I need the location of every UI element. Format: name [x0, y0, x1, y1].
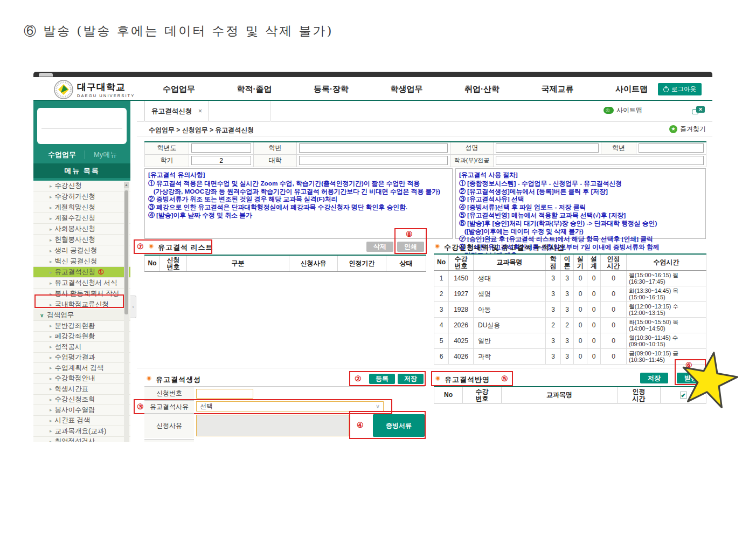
- annotation-4: ④: [357, 421, 364, 429]
- sidebar-menu-item[interactable]: 봉사이수열람: [33, 405, 130, 416]
- tab-absence-apply[interactable]: 유고결석신청 ×: [144, 101, 209, 121]
- nav-item[interactable]: 학적·졸업: [237, 84, 272, 94]
- column-header: 교과목명: [502, 387, 618, 403]
- sidebar-tab-mymenu[interactable]: My메뉴: [94, 150, 117, 160]
- sidebar-menu-item[interactable]: 취업적성검사: [33, 437, 130, 443]
- notice-line: ② [유고결석생성]메뉴에서 [등록]버튼 클릭 후 [저장]: [459, 188, 702, 196]
- request-reason-textarea[interactable]: [196, 415, 349, 436]
- sidebar-menu-item[interactable]: 수강신청조회: [33, 395, 130, 406]
- favorite-link[interactable]: ★ 즐겨찾기: [669, 125, 706, 134]
- year-input[interactable]: [191, 143, 251, 153]
- label-college: 대학: [254, 154, 297, 167]
- grade-input[interactable]: [639, 143, 704, 153]
- annotation-2: ②: [355, 374, 362, 383]
- semester-input[interactable]: [191, 156, 251, 165]
- sidebar-menu-item[interactable]: 성적공시: [33, 342, 130, 353]
- sidebar-menu-item[interactable]: 수업계획서 검색: [33, 363, 130, 374]
- enrollment-row[interactable]: 64026과학 330 00금(09:00~10:15) 금(10:30~11:…: [434, 349, 706, 365]
- college-input[interactable]: [299, 156, 448, 165]
- enrollment-row[interactable]: 42026DU실용 220 00화(15:00~15:50) 목(14:00~1…: [434, 318, 706, 333]
- label-request-reason: 신청사유: [144, 413, 194, 438]
- column-header: 상태: [386, 255, 426, 272]
- sidebar-menu-item[interactable]: 백신 공결신청: [33, 256, 130, 267]
- breadcrumb: 수업업무 > 신청업무 > 유고결석신청: [149, 126, 254, 135]
- section-bullet: [435, 244, 440, 249]
- browser-top-bar: [33, 72, 712, 77]
- nav-item[interactable]: 사이트맵: [615, 84, 648, 94]
- sidebar-menu-item[interactable]: 계절수강신청: [33, 213, 130, 224]
- sidebar-menu-item[interactable]: 수강신청: [33, 181, 130, 191]
- print-button[interactable]: 인쇄: [397, 242, 424, 252]
- period-end-input[interactable]: [262, 442, 316, 443]
- enrollment-row[interactable]: 54025일반 330 00월(10:30~11:45) 수(09:00~10:…: [434, 333, 706, 349]
- period-start-input[interactable]: [196, 442, 250, 443]
- absence-list-title: 유고결석 리스트: [158, 243, 213, 252]
- sidebar-menu-item[interactable]: 학생시간표: [33, 384, 130, 395]
- notice-line: ③ 폐강으로 인한 유고결석은 단과대학행정실에서 폐강과목 수강신청자 명단 …: [148, 203, 449, 211]
- major-input[interactable]: [496, 156, 704, 165]
- logout-button[interactable]: 로그아웃: [658, 83, 702, 95]
- delete-button[interactable]: 삭제: [366, 242, 393, 252]
- sidebar-collapse-handle[interactable]: ‹: [130, 296, 136, 318]
- notice-line: ① [종합정보시스템] - 수업업무 - 신청업무 - 유고결석신청: [459, 180, 702, 188]
- column-header: 학 점: [546, 254, 561, 271]
- nav-item[interactable]: 취업·산학: [464, 84, 500, 94]
- apply-title: 유고결석반영: [445, 375, 490, 385]
- sidebar-menu-item[interactable]: 생리 공결신청: [33, 245, 130, 256]
- create-save-button[interactable]: 저장: [398, 374, 424, 384]
- tab-close-icon[interactable]: ×: [198, 107, 202, 115]
- studentno-input[interactable]: [299, 143, 448, 153]
- sidebar-menu-item[interactable]: 봉사 활동계획서 작성: [33, 289, 130, 299]
- sidebar-menu-item[interactable]: 수강학점안내: [33, 374, 130, 385]
- enrollment-row[interactable]: 21927생명 330 00화(13:30~14:45) 목(15:00~16:…: [434, 286, 706, 302]
- sidebar-menu-item[interactable]: 유고결석신청서 서식: [33, 278, 130, 289]
- sidebar-menu-item[interactable]: 국내학점교류신청: [33, 299, 130, 310]
- annotation-8: ⑧: [406, 230, 413, 238]
- request-no-input[interactable]: [196, 389, 253, 399]
- apply-table: No수강 번호교과목명인정 시간 ✔: [434, 386, 706, 403]
- attachment-button[interactable]: 증빙서류: [373, 414, 425, 437]
- nav-item[interactable]: 학생업무: [391, 84, 423, 94]
- notice-line: ⑦ [승인]완료 후 [유고결석 리스트]에서 해당 항목 선택후 [인쇄] 클…: [459, 235, 702, 243]
- column-header: 교과목명: [474, 254, 546, 271]
- scrollbar-thumb[interactable]: [124, 190, 128, 314]
- sidebar-menu-header: 메뉴 목록: [33, 163, 130, 178]
- apply-save-button[interactable]: 저장: [640, 373, 668, 383]
- nav-item[interactable]: 국제교류: [542, 84, 574, 94]
- sidebar-menu-item[interactable]: 계절희망신청: [33, 202, 130, 213]
- sidebar-menu-item[interactable]: 수강허가신청: [33, 191, 130, 202]
- sidebar-menu-item[interactable]: 헌혈봉사신청: [33, 235, 130, 245]
- sidebar-item-absence-apply[interactable]: 유고결석신청 ①: [33, 267, 130, 278]
- sidebar-section-search[interactable]: 검색업무: [33, 310, 130, 321]
- notice-procedure-title: [유고결석 사용 절차]: [459, 171, 702, 179]
- global-nav: 수업업무학적·졸업등록·장학학생업무취업·산학국제교류사이트맵: [163, 77, 648, 101]
- notice-line: ([발송]이후에는 데이터 수정 및 삭제 불가): [459, 228, 702, 236]
- content-tabbar: 유고결석신청 × 사이트맵 ✕: [137, 101, 712, 121]
- label-year: 학년도: [145, 142, 189, 154]
- column-header: No: [434, 387, 463, 403]
- sidebar-menu-item[interactable]: 사회봉사신청: [33, 224, 130, 235]
- close-all-tabs-icon[interactable]: ✕: [692, 106, 705, 114]
- sidebar-tab-lecture[interactable]: 수업업무: [48, 150, 76, 160]
- nav-item[interactable]: 수업업무: [163, 84, 195, 94]
- sitemap-link[interactable]: 사이트맵: [604, 106, 642, 115]
- sidebar: 수업업무 My메뉴 메뉴 목록 수강신청수강허가신청계절희망신청계절수강신청사회…: [33, 101, 130, 442]
- sidebar-menu-item[interactable]: 교과목개요(교과): [33, 426, 130, 437]
- enrollment-row[interactable]: 31928아동 330 00월(12:00~13:15) 수(12:00~13:…: [434, 302, 706, 318]
- name-input[interactable]: [496, 143, 599, 153]
- sidebar-scrollbar[interactable]: ▲: [124, 182, 129, 442]
- sidebar-menu-item[interactable]: 폐강강좌현황: [33, 332, 130, 342]
- absence-reason-select[interactable]: 선택 ∨: [196, 401, 384, 411]
- register-button[interactable]: 등록: [369, 374, 395, 384]
- sidebar-menu-item[interactable]: 분반강좌현황: [33, 321, 130, 332]
- scroll-up-icon[interactable]: ▲: [124, 182, 129, 188]
- label-name: 성명: [450, 142, 494, 154]
- enrollment-row[interactable]: 11450생태 330 00월(15:00~16:15) 월(16:30~17:…: [434, 271, 706, 286]
- sidebar-menu-item[interactable]: 시간표 검색: [33, 416, 130, 427]
- column-header: 인정 시간: [618, 387, 661, 403]
- sidebar-menu-item[interactable]: 수업평가결과: [33, 353, 130, 363]
- column-header: 인정 시간: [601, 254, 627, 271]
- nav-item[interactable]: 등록·장학: [314, 84, 349, 94]
- notice-line: ⑤ [유고결석반영] 메뉴에서 적용할 교과목 선택(√)후 [저장]: [459, 211, 702, 220]
- university-logo[interactable]: 대구대학교 DAEGU UNIVERSITY: [54, 79, 135, 100]
